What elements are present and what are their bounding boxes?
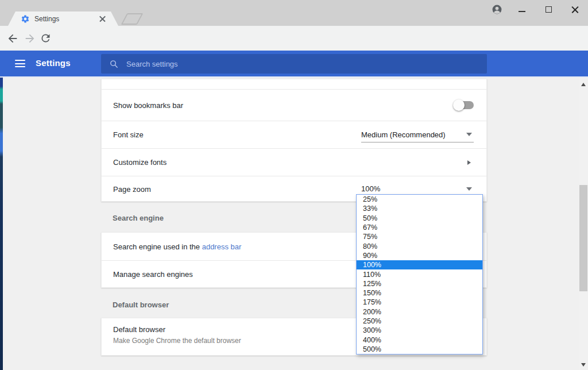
font-size-row: Font size Medium (Recommended) [102, 121, 486, 148]
browser-tab-settings[interactable]: Settings [8, 11, 118, 26]
zoom-option-33[interactable]: 33% [357, 204, 482, 213]
search-engine-row-text: Search engine used in the [113, 242, 202, 251]
close-icon [571, 6, 579, 13]
show-bookmarks-row[interactable]: Show bookmarks bar [102, 89, 486, 121]
reload-button[interactable] [40, 32, 52, 45]
minimize-icon [519, 11, 525, 12]
new-tab-button[interactable] [121, 13, 144, 25]
menu-hamburger-icon[interactable] [15, 60, 25, 67]
chevron-down-icon [466, 187, 472, 191]
zoom-option-50[interactable]: 50% [357, 214, 482, 223]
zoom-option-90[interactable]: 90% [357, 251, 482, 260]
manage-search-engines-label: Manage search engines [113, 270, 193, 279]
settings-search-box[interactable] [101, 54, 487, 74]
settings-row-partial [102, 79, 486, 89]
search-icon [109, 59, 119, 69]
zoom-option-250[interactable]: 250% [357, 317, 482, 326]
page-title: Settings [36, 58, 71, 68]
window-scrollbar-track[interactable] [579, 78, 588, 370]
zoom-option-80[interactable]: 80% [357, 241, 482, 250]
zoom-option-75[interactable]: 75% [357, 232, 482, 241]
zoom-option-67[interactable]: 67% [357, 223, 482, 232]
default-browser-heading: Default browser [113, 300, 169, 309]
show-bookmarks-toggle[interactable] [454, 101, 474, 109]
zoom-option-175[interactable]: 175% [357, 298, 482, 307]
close-window-button[interactable] [567, 3, 582, 15]
minimize-button[interactable] [514, 3, 529, 15]
zoom-option-25[interactable]: 25% [357, 195, 482, 204]
window-titlebar: Settings [0, 0, 588, 26]
customize-fonts-label: Customize fonts [113, 158, 167, 167]
back-button[interactable] [6, 32, 19, 45]
customize-fonts-row[interactable]: Customize fonts [102, 148, 486, 176]
chevron-down-icon [466, 133, 472, 136]
settings-header: Settings [0, 51, 588, 76]
background-window-edge [0, 78, 3, 370]
zoom-option-125[interactable]: 125% [357, 279, 482, 288]
tab-close-icon[interactable] [99, 16, 106, 22]
toggle-knob [453, 99, 465, 111]
show-bookmarks-label: Show bookmarks bar [113, 101, 183, 110]
browser-toolbar: Chrome | chrome:// settings [0, 26, 588, 51]
search-engine-heading: Search engine [113, 214, 164, 222]
profile-button[interactable] [489, 3, 504, 15]
scroll-down-icon[interactable] [581, 363, 586, 367]
font-size-label: Font size [113, 130, 144, 139]
maximize-button[interactable] [541, 3, 556, 15]
address-bar-link[interactable]: address bar [202, 242, 242, 251]
page-zoom-dropdown: 25%33%50%67%75%80%90%100%110%125%150%175… [356, 194, 483, 354]
zoom-option-300[interactable]: 300% [357, 326, 482, 335]
page-zoom-label: Page zoom [113, 185, 151, 194]
zoom-option-200[interactable]: 200% [357, 307, 482, 317]
settings-gear-icon [21, 14, 30, 24]
zoom-option-500[interactable]: 500% [357, 345, 482, 354]
font-size-select[interactable]: Medium (Recommended) [361, 128, 474, 142]
appearance-card: Show bookmarks bar Font size Medium (Rec… [101, 79, 487, 202]
maximize-icon [546, 6, 552, 13]
profile-person-icon [492, 4, 502, 15]
tab-title: Settings [34, 15, 99, 23]
zoom-option-150[interactable]: 150% [357, 288, 482, 298]
chevron-right-icon [467, 160, 471, 165]
scroll-up-icon[interactable] [581, 83, 586, 86]
forward-button[interactable] [24, 32, 36, 45]
settings-content: Show bookmarks bar Font size Medium (Rec… [0, 76, 588, 370]
scrollbar-thumb[interactable] [579, 185, 587, 291]
zoom-option-400[interactable]: 400% [357, 335, 482, 344]
zoom-option-110[interactable]: 110% [357, 269, 482, 279]
zoom-option-100[interactable]: 100% [357, 260, 482, 269]
search-settings-input[interactable] [126, 60, 448, 68]
